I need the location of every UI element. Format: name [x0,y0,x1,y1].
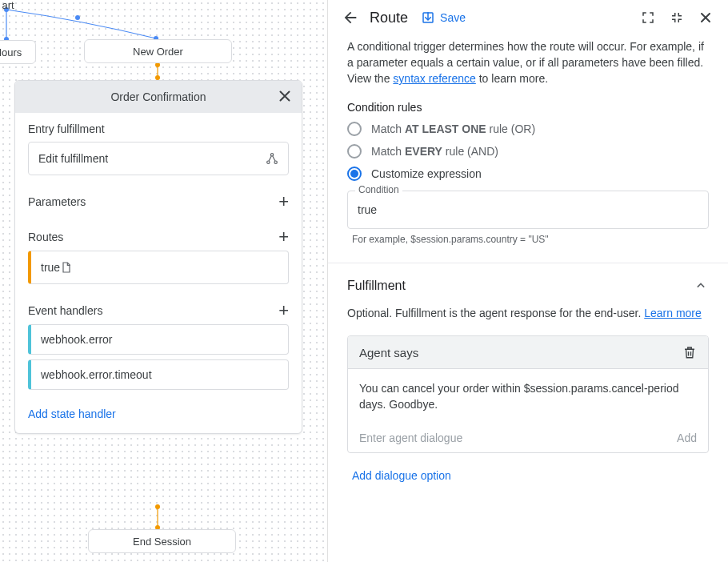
flow-node-new-order-label: New Order [133,46,183,58]
agent-message: You can cancel your order within $sessio… [359,380,697,412]
route-row[interactable]: true [28,251,289,284]
page-card-title: Order Confirmation [110,90,206,103]
save-button[interactable]: Save [421,10,466,25]
page-card-header: Order Confirmation [15,81,302,113]
edit-fulfillment-field[interactable]: Edit fulfillment [28,142,289,175]
event-handler-row[interactable]: webhook.error [28,324,289,355]
flow-node-end-session[interactable]: End Session [88,529,236,553]
route-panel: Route Save A conditional trigger determi… [328,0,728,562]
radio-at-least-one-label: Match AT LEAST ONE rule (OR) [371,122,535,135]
event-handler-row-label: webhook.error.timeout [41,368,152,381]
panel-description: A conditional trigger determines how the… [347,38,709,86]
condition-field: Condition [347,191,709,229]
fulfillment-description: Optional. Fulfillment is the agent respo… [347,305,709,321]
radio-unchecked-icon [347,122,362,136]
panel-header: Route Save [328,0,728,35]
radio-every[interactable]: Match EVERY rule (AND) [347,144,709,159]
add-route-button[interactable]: + [278,230,289,244]
radio-unchecked-icon [347,144,362,159]
page-card-order-confirmation: Order Confirmation Entry fulfillment Edi… [14,80,302,434]
condition-rules-heading: Condition rules [347,101,709,114]
close-panel-icon[interactable] [696,8,715,27]
event-handler-row-label: webhook.error [41,333,113,346]
add-state-handler-link[interactable]: Add state handler [15,399,129,433]
add-dialogue-option-link[interactable]: Add dialogue option [352,469,451,482]
flow-node-hours-label: Hours [0,46,22,58]
radio-customize-label: Customize expression [371,167,482,180]
edit-fulfillment-text: Edit fulfillment [38,152,108,165]
chevron-up-icon[interactable] [693,278,709,294]
back-icon[interactable] [341,8,360,27]
flow-node-hours[interactable]: Hours [0,40,36,64]
parameters-label: Parameters [28,195,86,208]
flow-node-new-order[interactable]: New Order [84,39,232,63]
event-handlers-label: Event handlers [28,304,102,317]
flow-node-start[interactable]: art [0,0,20,16]
flow-node-end-session-label: End Session [133,536,191,548]
minimize-icon[interactable] [667,8,686,27]
entry-fulfillment-label: Entry fulfillment [28,122,105,135]
routes-label: Routes [28,231,63,243]
route-row-label: true [41,261,60,274]
event-handler-row[interactable]: webhook.error.timeout [28,359,289,390]
condition-field-label: Condition [355,184,402,195]
add-parameter-button[interactable]: + [278,195,289,209]
flow-node-start-label: art [2,0,14,11]
graph-icon[interactable] [266,152,278,165]
fullscreen-icon[interactable] [638,8,658,27]
fulfillment-section-header[interactable]: Fulfillment [347,263,709,299]
learn-more-link[interactable]: Learn more [644,307,702,319]
radio-customize[interactable]: Customize expression [347,167,709,181]
radio-at-least-one[interactable]: Match AT LEAST ONE rule (OR) [347,122,709,136]
agent-says-card: Agent says You can cancel your order wit… [347,335,709,453]
condition-hint: For example, $session.params.country = "… [347,234,709,245]
agent-says-header: Agent says [348,336,708,369]
condition-input[interactable] [347,191,709,229]
agent-dialogue-input[interactable] [359,432,667,444]
radio-every-label: Match EVERY rule (AND) [371,145,498,158]
syntax-reference-link[interactable]: syntax reference [393,72,476,85]
flow-canvas[interactable]: art Hours New Order Order Confirmation E… [0,0,328,562]
close-icon[interactable] [276,87,294,105]
delete-icon[interactable] [682,344,697,360]
add-event-handler-button[interactable]: + [278,303,289,318]
agent-add-button[interactable]: Add [677,432,697,444]
save-button-label: Save [440,11,466,24]
page-icon [60,260,73,275]
agent-says-label: Agent says [359,346,418,359]
panel-title: Route [370,10,408,26]
radio-checked-icon [347,167,362,181]
fulfillment-heading: Fulfillment [347,279,406,293]
